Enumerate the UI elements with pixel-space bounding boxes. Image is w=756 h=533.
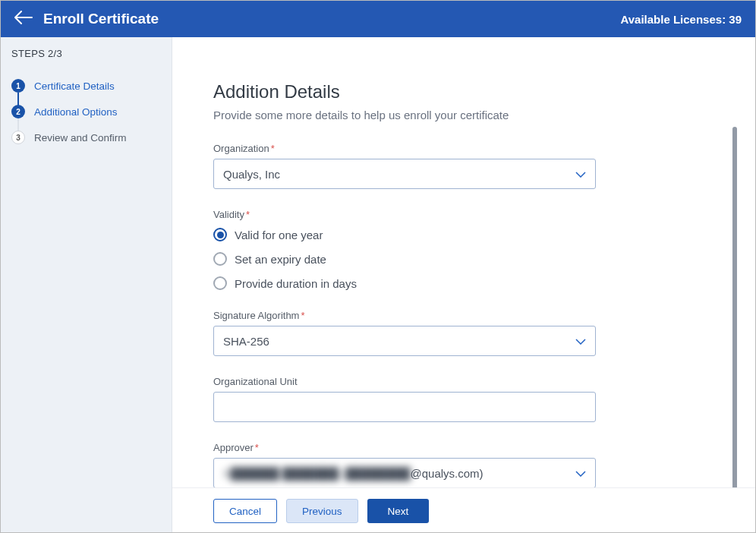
approver-label: Approver* <box>213 442 596 453</box>
signature-algorithm-label: Signature Algorithm* <box>213 310 596 321</box>
approver-select[interactable]: S██████ ███████ (████████@qualys.com) <box>213 458 596 487</box>
radio-button-icon <box>213 252 227 266</box>
step-number-2: 2 <box>11 105 25 118</box>
step-additional-options[interactable]: 2 Additional Options <box>8 99 162 125</box>
radio-label: Provide duration in days <box>235 277 357 290</box>
previous-button[interactable]: Previous <box>286 499 358 523</box>
available-licenses: Available Licenses: 39 <box>620 13 742 26</box>
radio-duration-days[interactable]: Provide duration in days <box>213 276 596 290</box>
radio-button-icon <box>213 276 227 290</box>
step-label: Certificate Details <box>34 80 115 92</box>
radio-set-expiry[interactable]: Set an expiry date <box>213 252 596 266</box>
required-asterisk: * <box>271 143 275 154</box>
radio-valid-one-year[interactable]: Valid for one year <box>213 228 596 241</box>
field-signature-algorithm: Signature Algorithm* SHA-256 <box>213 310 596 356</box>
cancel-button[interactable]: Cancel <box>213 499 277 523</box>
required-asterisk: * <box>246 209 250 220</box>
radio-button-icon <box>213 228 227 241</box>
signature-algorithm-select[interactable]: SHA-256 <box>213 326 596 356</box>
chevron-down-icon <box>575 167 586 181</box>
radio-label: Valid for one year <box>235 229 323 241</box>
page-title: Enroll Certificate <box>43 11 159 27</box>
step-label: Review and Confirm <box>34 132 127 144</box>
step-number-3: 3 <box>11 131 25 144</box>
scrollbar-thumb[interactable] <box>732 127 737 487</box>
chevron-down-icon <box>575 334 586 348</box>
approver-value: S██████ ███████ (████████@qualys.com) <box>223 467 484 480</box>
step-certificate-details[interactable]: 1 Certificate Details <box>8 73 162 99</box>
section-title: Addition Details <box>213 81 710 102</box>
organizational-unit-label: Organizational Unit <box>213 376 596 387</box>
scroll-area: Addition Details Provide some more detai… <box>172 37 755 487</box>
footer-buttons: Cancel Previous Next <box>172 487 755 533</box>
field-validity: Validity* Valid for one year Set an expi… <box>213 209 596 290</box>
step-label: Additional Options <box>34 106 118 118</box>
steps-sidebar: STEPS 2/3 1 Certificate Details 2 Additi… <box>1 37 172 533</box>
main-container: STEPS 2/3 1 Certificate Details 2 Additi… <box>1 37 755 533</box>
organization-value: Qualys, Inc <box>223 168 280 181</box>
validity-radio-group: Valid for one year Set an expiry date Pr… <box>213 228 596 290</box>
step-number-1: 1 <box>11 79 25 93</box>
field-approver: Approver* S██████ ███████ (████████@qual… <box>213 442 596 487</box>
back-arrow-icon[interactable] <box>14 11 33 27</box>
organization-select[interactable]: Qualys, Inc <box>213 159 596 189</box>
radio-label: Set an expiry date <box>235 253 326 266</box>
steps-counter: STEPS 2/3 <box>8 48 162 59</box>
organizational-unit-input[interactable] <box>213 392 596 422</box>
header-left: Enroll Certificate <box>14 11 159 27</box>
chevron-down-icon <box>575 466 586 480</box>
field-organization: Organization* Qualys, Inc <box>213 143 596 189</box>
required-asterisk: * <box>301 310 304 321</box>
organization-label: Organization* <box>213 143 596 154</box>
content-panel: Addition Details Provide some more detai… <box>172 37 755 533</box>
validity-label: Validity* <box>213 209 596 220</box>
next-button[interactable]: Next <box>367 499 430 523</box>
field-organizational-unit: Organizational Unit <box>213 376 596 422</box>
section-subtitle: Provide some more details to help us enr… <box>213 109 710 121</box>
step-list: 1 Certificate Details 2 Additional Optio… <box>8 73 162 150</box>
step-review-confirm[interactable]: 3 Review and Confirm <box>8 125 162 150</box>
required-asterisk: * <box>255 442 259 453</box>
header-bar: Enroll Certificate Available Licenses: 3… <box>1 1 755 37</box>
signature-algorithm-value: SHA-256 <box>223 335 269 348</box>
